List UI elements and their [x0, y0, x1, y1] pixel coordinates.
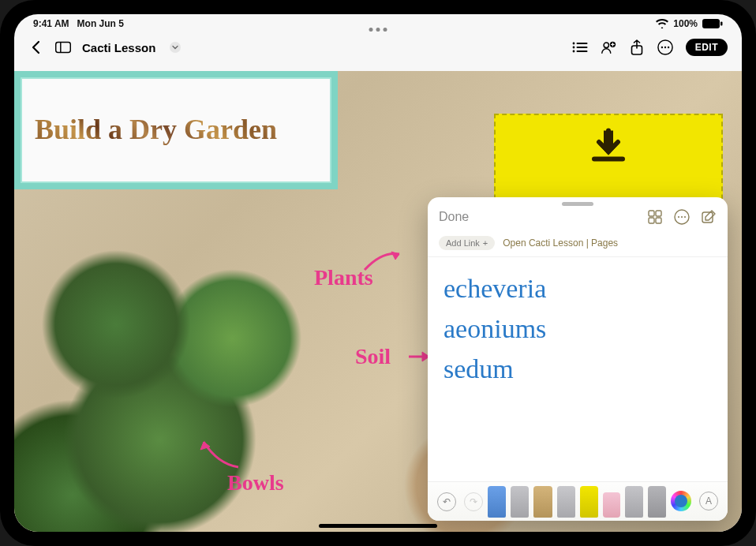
wifi-icon	[656, 19, 668, 28]
svg-rect-1	[720, 22, 723, 26]
download-arrow-icon	[585, 123, 632, 170]
arrow-bowls-icon	[194, 432, 245, 475]
pencil-tool[interactable]	[533, 486, 552, 518]
svg-rect-0	[702, 19, 720, 28]
done-button[interactable]: Done	[439, 210, 469, 224]
add-link-button[interactable]: Add Link +	[439, 236, 495, 250]
svg-rect-20	[656, 218, 661, 223]
redo-button[interactable]: ↷	[464, 492, 483, 511]
ipad-device-frame: 9:41 AM Mon Jun 5 100%	[0, 0, 756, 546]
back-button[interactable]	[28, 39, 44, 55]
svg-rect-7	[576, 47, 587, 48]
battery-pct: 100%	[673, 18, 698, 29]
quick-note-window[interactable]: Done Add Link	[428, 197, 728, 521]
edit-button[interactable]: EDIT	[686, 39, 728, 56]
quick-note-header: Done	[428, 209, 728, 231]
svg-point-16	[668, 47, 669, 48]
document-title[interactable]: Cacti Lesson	[82, 41, 155, 54]
note-line: sedum	[443, 349, 712, 389]
svg-rect-5	[576, 43, 587, 44]
undo-button[interactable]: ↶	[437, 492, 456, 511]
note-line: aeoniums	[443, 309, 712, 349]
markup-toolbar: ↶ ↷ A	[428, 481, 728, 521]
multitasking-indicator[interactable]	[369, 28, 387, 32]
page-title: Build a Dry Garden	[35, 114, 277, 146]
status-time: 9:41 AM	[33, 18, 69, 29]
pen-tool[interactable]	[488, 486, 506, 518]
note-line: echeveria	[443, 268, 712, 309]
open-link-button[interactable]: Open Cacti Lesson | Pages	[503, 237, 618, 249]
sidebar-toggle-icon[interactable]	[55, 39, 71, 55]
grabber-handle[interactable]	[562, 202, 593, 206]
quick-note-linkbar: Add Link + Open Cacti Lesson | Pages	[428, 231, 728, 257]
document-canvas[interactable]: Build a Dry Garden Plants Soil Bowls	[14, 62, 742, 532]
compose-icon[interactable]	[701, 209, 717, 225]
notes-grid-icon[interactable]	[647, 209, 663, 225]
svg-rect-18	[656, 211, 661, 216]
svg-point-6	[572, 47, 574, 49]
svg-point-8	[572, 50, 574, 53]
title-chevron-icon[interactable]	[170, 42, 181, 53]
title-block[interactable]: Build a Dry Garden	[14, 71, 338, 189]
color-picker[interactable]	[671, 491, 691, 511]
status-date: Mon Jun 5	[77, 18, 124, 29]
svg-point-14	[661, 47, 662, 48]
annotation-soil: Soil	[355, 344, 391, 369]
lasso-tool[interactable]	[625, 486, 643, 518]
outline-list-icon[interactable]	[572, 39, 588, 55]
quick-note-canvas[interactable]: echeveria aeoniums sedum	[428, 257, 728, 481]
note-more-icon[interactable]	[674, 209, 690, 225]
svg-point-4	[572, 43, 574, 45]
svg-point-15	[664, 47, 665, 48]
svg-rect-2	[56, 42, 71, 52]
battery-icon	[702, 19, 723, 28]
svg-rect-19	[649, 218, 654, 223]
more-icon[interactable]	[657, 39, 673, 55]
ipad-screen: 9:41 AM Mon Jun 5 100%	[14, 14, 742, 532]
add-tool-button[interactable]: A	[699, 492, 718, 510]
svg-rect-9	[576, 50, 587, 52]
app-navbar: Cacti Lesson EDIT	[14, 33, 742, 62]
plus-icon: +	[483, 238, 488, 248]
crayon-tool[interactable]	[557, 486, 575, 518]
svg-point-23	[681, 216, 683, 218]
svg-point-24	[684, 216, 686, 218]
highlighter-tool[interactable]	[580, 486, 598, 518]
annotation-bowls: Bowls	[227, 470, 284, 496]
ruler-tool[interactable]	[648, 486, 666, 518]
svg-rect-17	[649, 211, 654, 216]
eraser-tool[interactable]	[603, 492, 619, 518]
home-indicator[interactable]	[319, 524, 437, 528]
collaborate-icon[interactable]	[601, 39, 616, 55]
fine-pen-tool[interactable]	[511, 486, 529, 518]
annotation-plants: Plants	[314, 265, 373, 290]
svg-point-22	[678, 216, 679, 218]
svg-point-10	[604, 43, 608, 47]
share-icon[interactable]	[629, 39, 645, 55]
